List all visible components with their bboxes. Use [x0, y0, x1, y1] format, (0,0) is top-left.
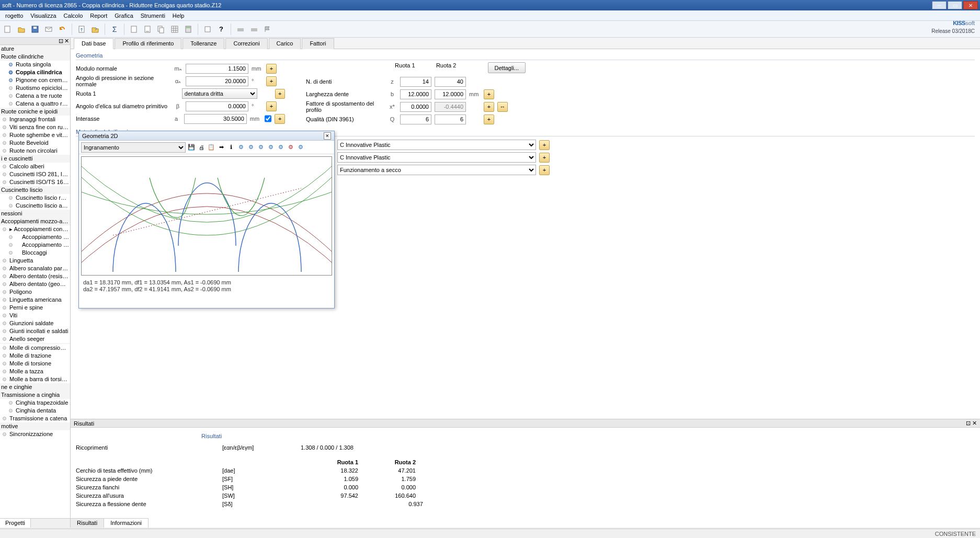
plus-button[interactable]: + — [484, 102, 494, 112]
geometria-2d-window[interactable]: Geometria 2D✕ Ingranamento 💾 🖨 📋 ➡ ℹ ⚙ ⚙… — [78, 131, 335, 308]
tree-item[interactable]: ⚙Cuscinetti ISO/TS 16281 — [0, 178, 70, 186]
tree-item[interactable]: Ruote coniche e ipoidi — [0, 108, 70, 116]
tree-item[interactable]: ⚙Bloccaggi — [0, 249, 70, 257]
tree-item[interactable]: Trasmissione a cinghia — [0, 391, 70, 399]
tree-item[interactable]: ⚙Molle di torsione — [0, 360, 70, 368]
tree-item[interactable]: ⚙Cinghia trapezoidale — [0, 399, 70, 407]
input-q2[interactable] — [435, 115, 466, 124]
select-lubrification[interactable]: Funzionamento a secco — [337, 165, 536, 175]
dock-icon[interactable]: ⊡ — [59, 38, 63, 44]
gear-icon[interactable]: ⚙ — [297, 143, 305, 152]
tab-profilo-di-riferimento[interactable]: Profilo di riferimento — [115, 38, 181, 49]
tree-item[interactable]: motive — [0, 422, 70, 430]
import-icon[interactable] — [76, 24, 87, 35]
tree-item[interactable]: ⚙Pignone con cremagli… — [0, 76, 70, 84]
input-interasse[interactable] — [184, 114, 247, 124]
plus-button[interactable]: + — [484, 89, 494, 99]
plus-button[interactable]: + — [539, 140, 550, 150]
input-q1[interactable] — [400, 115, 431, 124]
flag1-icon[interactable] — [235, 24, 246, 35]
tab-tolleranze[interactable]: Tolleranze — [183, 38, 224, 49]
tree-item[interactable]: Cuscinetto liscio — [0, 186, 70, 194]
tree-item[interactable]: ⚙Catena a tre ruote — [0, 92, 70, 100]
tree-item[interactable]: ne e cinghie — [0, 383, 70, 391]
tree-item[interactable]: ⚙Ruotismo epicicloidale — [0, 84, 70, 92]
tree-item[interactable]: Ruote cilindriche — [0, 53, 70, 61]
new-icon[interactable] — [2, 24, 14, 35]
print-icon[interactable]: 🖨 — [197, 143, 206, 152]
maximize-button[interactable]: ▭ — [948, 1, 962, 9]
menu-report[interactable]: Report — [87, 12, 110, 20]
gear-icon[interactable]: ⚙ — [277, 143, 285, 152]
tree-item[interactable]: Accoppiamenti mozzo-albero — [0, 218, 70, 225]
tree-item[interactable]: ⚙Albero scanalato par… — [0, 265, 70, 272]
help-icon[interactable]: ? — [215, 24, 227, 35]
input-b1[interactable] — [400, 89, 431, 99]
gear-mesh-canvas[interactable] — [81, 156, 332, 276]
close-button[interactable]: ✕ — [963, 1, 978, 9]
input-modulo-normale[interactable] — [186, 64, 248, 74]
menu-grafica[interactable]: Grafica — [111, 12, 136, 20]
tree-item[interactable]: ⚙Coppia cilindrica — [0, 68, 70, 76]
tree-item[interactable]: ⚙Molle di trazione — [0, 352, 70, 360]
tree-item[interactable]: ⚙Cuscinetto liscio radi… — [0, 194, 70, 202]
tree-item[interactable]: ⚙Cuscinetto liscio assi… — [0, 202, 70, 210]
tree-item[interactable]: ⚙Molle di compressione cili… — [0, 344, 70, 352]
tree-item[interactable]: ⚙Giunti incollati e saldati — [0, 327, 70, 335]
tree-item[interactable]: ⚙Ruota singola — [0, 61, 70, 68]
plus-button[interactable]: + — [266, 101, 277, 111]
select-ingranamento[interactable]: Ingranamento — [81, 142, 186, 153]
tree-item[interactable]: ⚙Sincronizzazione — [0, 430, 70, 438]
tree-item[interactable]: ⚙Giunzioni saldate — [0, 319, 70, 327]
tree-item[interactable]: ⚙Ruote non circolari — [0, 147, 70, 155]
plus-button[interactable]: + — [266, 64, 277, 74]
panel-close-icon[interactable]: ✕ — [972, 420, 977, 426]
gear-icon[interactable]: ⚙ — [247, 143, 255, 152]
arrow-button[interactable]: ↔ — [497, 102, 508, 112]
flag2-icon[interactable] — [248, 24, 260, 35]
tree-item[interactable]: ⚙Ruote Beveloid — [0, 139, 70, 147]
tree-item[interactable]: ⚙Molle a barra di torsione — [0, 375, 70, 383]
tab-fattori[interactable]: Fattori — [302, 38, 334, 49]
tree-item[interactable]: nessioni — [0, 210, 70, 218]
select-dentatura[interactable]: dentatura dritta — [182, 88, 258, 99]
select-material1[interactable]: C Innovative Plastic — [337, 140, 536, 150]
open-icon[interactable] — [16, 24, 27, 35]
tree-item[interactable]: ⚙Poligono — [0, 288, 70, 296]
tree-item[interactable]: ⚙Calcolo alberi — [0, 163, 70, 170]
doc1-icon[interactable] — [128, 24, 140, 35]
tab-dati-base[interactable]: Dati base — [74, 38, 113, 49]
menu-calcolo[interactable]: Calcolo — [61, 12, 86, 20]
menu-help[interactable]: Help — [169, 12, 188, 20]
plus-button[interactable]: + — [539, 153, 550, 163]
mail-icon[interactable] — [43, 24, 54, 35]
floatwin-close-icon[interactable]: ✕ — [324, 132, 331, 140]
gear-icon[interactable]: ⚙ — [257, 143, 265, 152]
plus-button[interactable]: + — [275, 89, 285, 99]
plus-button[interactable]: + — [266, 76, 277, 86]
tree-item[interactable]: ⚙Albero dentato (resis… — [0, 272, 70, 280]
tree-item[interactable]: ⚙Catena a quattro ru… — [0, 100, 70, 108]
save-icon[interactable]: 💾 — [187, 143, 196, 152]
restore-icon[interactable] — [56, 24, 68, 35]
tab-progetti[interactable]: Progetti — [0, 519, 31, 528]
tree-item[interactable]: ⚙Albero dentato (geo… — [0, 280, 70, 288]
gear-icon[interactable]: ⚙ — [237, 143, 245, 152]
input-z1[interactable] — [400, 77, 431, 87]
tree-item[interactable]: ⚙Linguetta — [0, 257, 70, 265]
tree-item[interactable]: ⚙Anello seeger — [0, 335, 70, 343]
dock-icon[interactable]: ⊡ — [966, 420, 971, 426]
tree-item[interactable]: ⚙Viti — [0, 312, 70, 319]
select-material2[interactable]: C Innovative Plastic — [337, 152, 536, 163]
flag3-icon[interactable] — [262, 24, 274, 35]
checkbox-interasse[interactable] — [265, 115, 272, 122]
tree-item[interactable]: ⚙Accoppiamento c… — [0, 241, 70, 249]
tree-item[interactable]: ⚙Ingranaggi frontali — [0, 116, 70, 123]
gear-icon[interactable]: ⚙ — [267, 143, 275, 152]
tab-correzioni[interactable]: Correzioni — [225, 38, 267, 49]
doc2-icon[interactable] — [142, 24, 153, 35]
minimize-button[interactable]: ─ — [932, 1, 947, 9]
book-icon[interactable] — [202, 24, 213, 35]
export-icon[interactable] — [89, 24, 101, 35]
props-icon[interactable]: ℹ — [227, 143, 235, 152]
